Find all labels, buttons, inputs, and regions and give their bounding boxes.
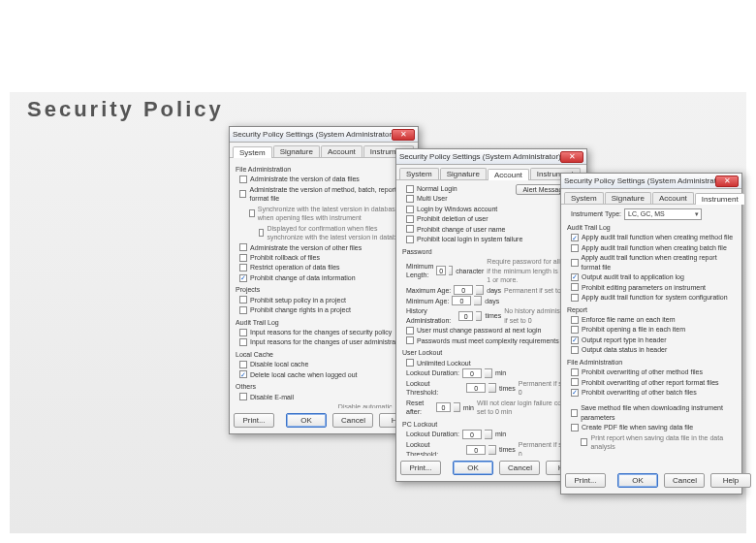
label: Enforce file name on each item xyxy=(582,315,676,324)
checkbox[interactable] xyxy=(259,229,264,237)
checkbox[interactable] xyxy=(581,438,587,446)
ulock-thresh-input[interactable]: 0 xyxy=(466,383,486,393)
stepper-icon[interactable] xyxy=(474,296,482,305)
checkbox[interactable] xyxy=(406,215,414,223)
titlebar[interactable]: Security Policy Settings (System Adminis… xyxy=(230,127,418,143)
close-icon[interactable]: ✕ xyxy=(715,176,739,187)
tab-signature[interactable]: Signature xyxy=(440,168,487,179)
checkbox[interactable] xyxy=(406,336,414,344)
checkbox[interactable] xyxy=(571,368,579,376)
checkbox[interactable] xyxy=(239,176,247,183)
cancel-button[interactable]: Cancel xyxy=(332,413,373,428)
checkbox[interactable] xyxy=(406,327,414,335)
titlebar[interactable]: Security Policy Settings (System Adminis… xyxy=(561,174,741,189)
pclock-dur-input[interactable]: 0 xyxy=(462,430,482,439)
checkbox[interactable] xyxy=(239,329,247,336)
tab-signature[interactable]: Signature xyxy=(273,145,320,157)
checkbox[interactable] xyxy=(571,259,579,267)
tab-system[interactable]: System xyxy=(233,146,272,158)
ok-button[interactable]: OK xyxy=(286,413,327,428)
checkbox[interactable] xyxy=(406,236,414,243)
min-age-input[interactable]: 0 xyxy=(452,296,471,305)
tab-account[interactable]: Account xyxy=(488,169,529,180)
checkbox[interactable] xyxy=(571,346,579,354)
ok-button[interactable]: OK xyxy=(617,473,658,488)
checkbox[interactable]: ✓ xyxy=(571,273,579,281)
checkbox[interactable] xyxy=(239,306,247,314)
titlebar[interactable]: Security Policy Settings (System Adminis… xyxy=(396,149,586,165)
checkbox[interactable] xyxy=(571,294,579,302)
checkbox[interactable] xyxy=(239,393,247,400)
stepper-icon[interactable] xyxy=(449,266,453,275)
print-button[interactable]: Print... xyxy=(400,461,441,475)
close-icon[interactable]: ✕ xyxy=(392,129,415,141)
checkbox[interactable] xyxy=(239,264,247,272)
checkbox[interactable] xyxy=(571,424,579,431)
checkbox[interactable] xyxy=(239,361,247,368)
checkbox[interactable]: ✓ xyxy=(571,336,579,344)
label: Instrument Type: xyxy=(571,209,621,218)
checkbox[interactable] xyxy=(239,190,246,198)
unit: min xyxy=(495,430,506,438)
ulock-dur-input[interactable]: 0 xyxy=(462,368,482,378)
stepper-icon[interactable] xyxy=(476,311,482,321)
section-file-admin: File Administration xyxy=(567,358,736,367)
checkbox[interactable] xyxy=(571,244,579,252)
label: Prohibit editing parameters on instrumen… xyxy=(582,283,706,292)
checkbox[interactable]: ✓ xyxy=(239,370,247,378)
help-button[interactable]: Help xyxy=(710,473,751,488)
print-button[interactable]: Print... xyxy=(565,473,606,488)
checkbox[interactable] xyxy=(406,185,414,193)
checkbox[interactable] xyxy=(571,316,579,324)
ok-button[interactable]: OK xyxy=(453,461,493,475)
checkbox[interactable] xyxy=(406,225,414,233)
stepper-icon[interactable] xyxy=(485,368,492,378)
checkbox[interactable]: ✓ xyxy=(571,389,579,397)
close-icon[interactable]: ✕ xyxy=(560,151,583,163)
checkbox[interactable] xyxy=(571,283,579,291)
stepper-icon[interactable] xyxy=(485,430,492,439)
tab-system[interactable]: System xyxy=(564,192,604,204)
instrument-type-dropdown[interactable]: LC, GC, MS xyxy=(624,208,702,220)
stepper-icon[interactable] xyxy=(454,402,459,412)
pclock-thresh-input[interactable]: 0 xyxy=(466,445,486,455)
button-bar: Print... OK Cancel Help xyxy=(565,470,738,490)
stepper-icon[interactable] xyxy=(488,445,496,455)
tab-system[interactable]: System xyxy=(399,168,439,179)
checkbox[interactable] xyxy=(239,254,247,262)
history-input[interactable]: 0 xyxy=(458,311,473,321)
tab-signature[interactable]: Signature xyxy=(605,192,651,204)
stepper-icon[interactable] xyxy=(488,383,496,393)
checkbox[interactable] xyxy=(239,338,247,346)
checkbox[interactable] xyxy=(571,326,579,334)
checkbox[interactable] xyxy=(239,243,247,251)
min-length-input[interactable]: 0 xyxy=(436,266,446,275)
checkbox[interactable] xyxy=(249,209,255,217)
window-account: Security Policy Settings (System Adminis… xyxy=(395,148,587,482)
tab-account[interactable]: Account xyxy=(652,192,694,204)
checkbox[interactable] xyxy=(406,195,414,203)
checkbox[interactable] xyxy=(571,409,578,417)
label: Apply audit trail function for system co… xyxy=(582,293,728,302)
label: Administrate the version of method, batc… xyxy=(249,185,412,204)
checkbox[interactable] xyxy=(239,296,247,303)
cancel-button[interactable]: Cancel xyxy=(499,461,540,475)
cancel-button[interactable]: Cancel xyxy=(664,473,705,488)
checkbox[interactable] xyxy=(571,378,579,386)
print-button[interactable]: Print... xyxy=(234,413,274,428)
window-title: Security Policy Settings (System Adminis… xyxy=(564,176,715,185)
unit: min xyxy=(463,403,474,412)
stepper-icon[interactable] xyxy=(476,285,484,295)
section-audit: Audit Trail Log xyxy=(567,223,736,232)
label: Displayed for confirmation when files sy… xyxy=(267,224,412,242)
checkbox[interactable] xyxy=(406,206,414,213)
checkbox[interactable]: ✓ xyxy=(571,234,579,241)
checkbox[interactable]: ✓ xyxy=(239,274,247,282)
account-content: Normal Login Multi User Login by Windows… xyxy=(396,180,586,456)
label: Prohibit overwriting of other batch file… xyxy=(582,388,697,397)
ulock-reset-input[interactable]: 0 xyxy=(436,402,452,412)
max-age-input[interactable]: 0 xyxy=(454,285,473,295)
tab-account[interactable]: Account xyxy=(321,145,362,157)
tab-instrument[interactable]: Instrument xyxy=(695,193,745,205)
checkbox[interactable] xyxy=(406,359,414,367)
